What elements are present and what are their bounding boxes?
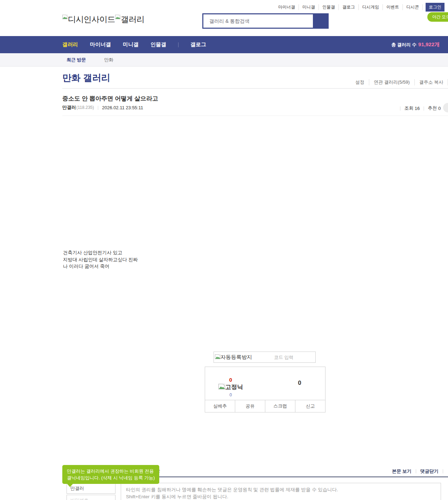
vote-widget: 0 고정닉 0 0 실베추 공유 스크랩 신고 — [205, 367, 326, 412]
broken-image-icon — [218, 384, 225, 390]
site-logo[interactable]: 디시인사이드 갤러리 — [62, 14, 145, 25]
utility-link-minor-gallery[interactable]: 마이너갤 — [275, 4, 299, 10]
gallery-head-links: 설정 연관 갤러리(5/59) 갤주소 복사 이용 — [351, 79, 448, 85]
post-title: 중소도 안 뽑아주면 어떻게 살으라고 — [62, 95, 158, 103]
comment-notice-line1: 타인의 권리를 침해하거나 명예를 훼손하는 댓글은 운영원칙 및 관련 법률에… — [126, 486, 436, 493]
comment-nickname-input[interactable] — [66, 483, 115, 494]
recommend-count-value: 0 — [438, 106, 441, 111]
logo-text-dcinside: 디시인사이드 — [68, 14, 115, 25]
utility-link-mini-gallery[interactable]: 미니갤 — [299, 4, 319, 10]
post-body-line: 나 이러다 굶어서 죽어 — [63, 263, 138, 270]
total-gallery-label: 총 갤러리 수 — [391, 42, 416, 48]
post-meta: 만갤러 (118.235) | 2026.02.11 23:55:11 — [62, 104, 143, 111]
share-button[interactable]: 공유 — [235, 400, 265, 412]
logo-text-gallery: 갤러리 — [121, 14, 145, 25]
post-author[interactable]: 만갤러 — [62, 104, 76, 111]
fixed-nick-count: 0 — [215, 393, 246, 397]
gallery-settings-link[interactable]: 설정 — [351, 79, 369, 85]
nav-divider — [178, 42, 178, 47]
recent-visit-item-manhwa[interactable]: 만화 — [104, 57, 113, 63]
comment-links-divider — [443, 469, 443, 473]
total-gallery-value: 91,922개 — [418, 41, 440, 48]
upvote-count: 0 — [215, 377, 246, 383]
post-author-ip: (118.235) — [76, 105, 94, 110]
close-comments-link[interactable]: 댓글닫기 — [420, 468, 439, 474]
broken-image-icon — [62, 15, 68, 20]
gallery-title[interactable]: 만화 갤러리 — [62, 72, 110, 84]
night-mode-button[interactable]: 야간 모드 — [427, 12, 448, 22]
copy-gallery-url-link[interactable]: 갤주소 복사 — [415, 79, 448, 85]
utility-link-dccon[interactable]: 디시콘 — [403, 4, 423, 10]
total-gallery-count: 총 갤러리 수 91,922개 — [391, 36, 440, 53]
recommend-count-label: 추천 — [428, 105, 437, 111]
captcha-image-alt-text: 자동등록방지 — [220, 354, 252, 361]
nav-item-mini-gallery[interactable]: 미니갤 — [123, 41, 139, 48]
utility-bar: 마이너갤 미니갤 인물갤 갤로그 디시게임 이벤트 디시콘 로그인 — [275, 3, 444, 12]
utility-link-gallog[interactable]: 갤로그 — [339, 4, 359, 10]
main-nav: 갤러리 마이너갤 미니갤 인물갤 갤로그 총 갤러리 수 91,922개 — [0, 36, 448, 53]
post-date: 2026.02.11 23:55:11 — [102, 105, 143, 110]
nav-item-minor-gallery[interactable]: 마이너갤 — [90, 41, 111, 48]
broken-image-icon — [115, 15, 120, 20]
comment-password-input[interactable] — [66, 495, 115, 500]
meta-divider: | — [97, 105, 98, 110]
captcha-code-input[interactable] — [252, 354, 315, 360]
recent-visit-bar: 최근 방문 만화 — [0, 53, 448, 67]
recent-visit-label[interactable]: 최근 방문 — [66, 57, 86, 63]
view-post-link[interactable]: 본문 보기 — [392, 468, 412, 474]
fixed-nick-row: 고정닉 — [215, 383, 246, 391]
comment-textarea[interactable]: 타인의 권리를 침해하거나 명예를 훼손하는 댓글은 운영원칙 및 관련 법률에… — [121, 483, 441, 500]
nav-item-person-gallery[interactable]: 인물갤 — [150, 41, 166, 48]
post-meta-divider-line — [62, 116, 448, 116]
captcha-box: 자동등록방지 — [214, 352, 316, 363]
gallery-head-divider — [62, 88, 448, 89]
search-button[interactable] — [313, 14, 328, 28]
nav-item-gallery[interactable]: 갤러리 — [62, 41, 78, 48]
search-input[interactable] — [203, 14, 313, 28]
fixed-nick-label: 고정닉 — [225, 383, 243, 391]
post-meta-right: | 조회 16 | 추천 0 | — [396, 105, 448, 111]
meta-divider: | — [423, 106, 424, 111]
broken-image-icon — [215, 354, 220, 360]
post-body: 건축기사 산업안전기사 있고 지방대 사립인데 살자하고싶다 진짜 나 이러다 … — [63, 249, 138, 270]
nav-item-gallog[interactable]: 갤로그 — [190, 41, 206, 48]
search-box — [202, 13, 329, 29]
post-body-line: 건축기사 산업안전기사 있고 — [63, 249, 138, 256]
utility-link-event[interactable]: 이벤트 — [383, 4, 403, 10]
comment-notice-line2: Shift+Enter 키를 동시에 누르면 줄바꿈이 됩니다. — [126, 493, 436, 500]
nickname-tooltip-line2: 갤닉네임입니다. (삭제 시 닉네임 등록 가능) — [67, 474, 155, 481]
comment-links-divider — [416, 469, 416, 473]
utility-link-person-gallery[interactable]: 인물갤 — [319, 4, 339, 10]
downvote-count[interactable]: 0 — [293, 380, 307, 387]
silbechu-button[interactable]: 실베추 — [205, 400, 235, 412]
meta-divider: | — [400, 106, 401, 111]
upvote-area[interactable]: 0 고정닉 0 — [215, 377, 246, 397]
dcinside-gallery-page: 마이너갤 미니갤 인물갤 갤로그 디시게임 이벤트 디시콘 로그인 야간 모드 … — [0, 0, 448, 500]
comment-header-links: 본문 보기 댓글닫기 — [392, 468, 447, 474]
related-galleries-link[interactable]: 연관 갤러리(5/59) — [369, 79, 415, 85]
captcha-image-broken: 자동등록방지 — [214, 354, 252, 361]
view-count-value: 16 — [415, 106, 420, 111]
view-count-label: 조회 — [404, 105, 413, 111]
nickname-tooltip: 만갤러는 갤러리에서 권장하는 비회원 전용 갤닉네임입니다. (삭제 시 닉네… — [62, 465, 159, 484]
utility-link-dcgame[interactable]: 디시게임 — [359, 4, 383, 10]
scrap-button[interactable]: 스크랩 — [265, 400, 295, 412]
report-button[interactable]: 신고 — [295, 400, 325, 412]
post-body-line: 지방대 사립인데 살자하고싶다 진짜 — [63, 256, 138, 263]
login-button[interactable]: 로그인 — [426, 3, 444, 12]
vote-action-bar: 실베추 공유 스크랩 신고 — [205, 400, 325, 412]
nickname-tooltip-line1: 만갤러는 갤러리에서 권장하는 비회원 전용 — [67, 468, 155, 474]
